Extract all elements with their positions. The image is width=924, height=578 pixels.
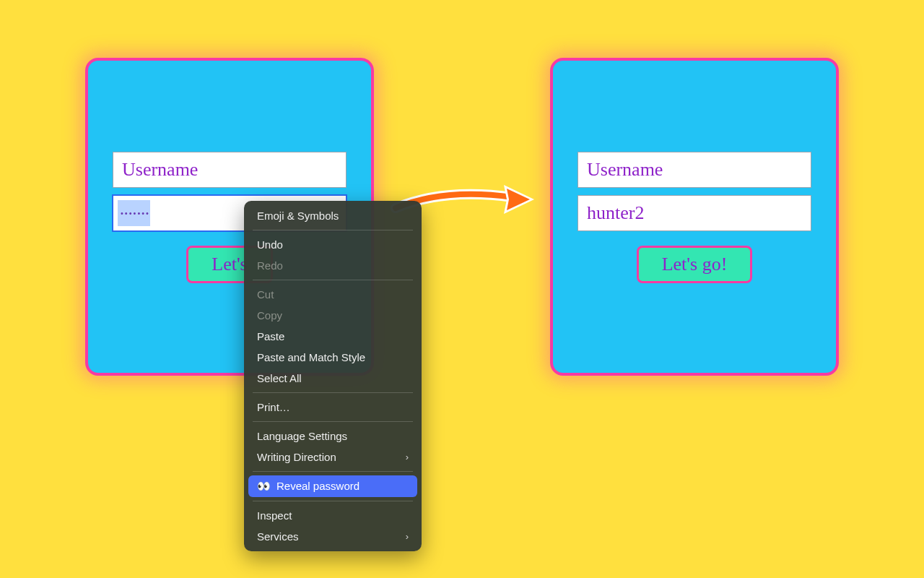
context-menu-item-copy: Copy bbox=[244, 305, 422, 326]
context-menu-item-label: Writing Direction bbox=[257, 451, 336, 463]
context-menu-item-reveal-password[interactable]: 👀Reveal password bbox=[248, 475, 417, 497]
context-menu-item-select-all[interactable]: Select All bbox=[244, 368, 422, 389]
context-menu-item-label: Inspect bbox=[257, 509, 292, 522]
context-menu-separator bbox=[253, 230, 413, 230]
context-menu-item-redo: Redo bbox=[244, 255, 422, 276]
login-panel-after: Let's go! bbox=[550, 58, 839, 376]
eyes-icon: 👀 bbox=[257, 480, 271, 492]
context-menu-item-inspect[interactable]: Inspect bbox=[244, 505, 422, 526]
context-menu-item-label: Redo bbox=[257, 259, 283, 272]
context-menu: Emoji & SymbolsUndoRedoCutCopyPastePaste… bbox=[244, 201, 422, 551]
context-menu-separator bbox=[253, 471, 413, 472]
context-menu-item-label: Language Settings bbox=[257, 430, 347, 442]
login-fields: Let's go! bbox=[578, 152, 811, 283]
context-menu-item-paste-and-match-style[interactable]: Paste and Match Style bbox=[244, 347, 422, 368]
chevron-right-icon: › bbox=[406, 531, 409, 542]
context-menu-item-writing-direction[interactable]: Writing Direction› bbox=[244, 447, 422, 467]
context-menu-item-print[interactable]: Print… bbox=[244, 397, 422, 418]
context-menu-item-undo[interactable]: Undo bbox=[244, 234, 422, 255]
context-menu-separator bbox=[253, 421, 413, 422]
context-menu-item-label: Select All bbox=[257, 372, 302, 384]
context-menu-separator bbox=[253, 280, 413, 280]
context-menu-item-label: Paste bbox=[257, 330, 284, 342]
context-menu-separator bbox=[253, 392, 413, 393]
password-input-revealed[interactable] bbox=[578, 195, 811, 231]
context-menu-item-label: Reveal password bbox=[276, 480, 359, 492]
context-menu-separator bbox=[253, 501, 413, 501]
context-menu-item-label: Services bbox=[257, 530, 299, 543]
context-menu-item-services[interactable]: Services› bbox=[244, 526, 422, 547]
context-menu-item-label: Copy bbox=[257, 309, 282, 322]
context-menu-item-emoji-symbols[interactable]: Emoji & Symbols bbox=[244, 205, 422, 226]
context-menu-item-label: Print… bbox=[257, 401, 290, 413]
submit-button[interactable]: Let's go! bbox=[637, 246, 753, 283]
context-menu-item-paste[interactable]: Paste bbox=[244, 326, 422, 347]
context-menu-item-language-settings[interactable]: Language Settings bbox=[244, 426, 422, 447]
chevron-right-icon: › bbox=[406, 452, 409, 462]
context-menu-item-cut: Cut bbox=[244, 284, 422, 305]
svg-marker-1 bbox=[507, 189, 530, 210]
context-menu-item-label: Paste and Match Style bbox=[257, 351, 365, 363]
context-menu-item-label: Emoji & Symbols bbox=[257, 210, 339, 222]
password-masked-value: ••••••• bbox=[118, 200, 150, 226]
context-menu-item-label: Cut bbox=[257, 288, 274, 301]
username-input[interactable] bbox=[578, 152, 811, 188]
username-input[interactable] bbox=[113, 152, 346, 188]
context-menu-item-label: Undo bbox=[257, 238, 283, 251]
